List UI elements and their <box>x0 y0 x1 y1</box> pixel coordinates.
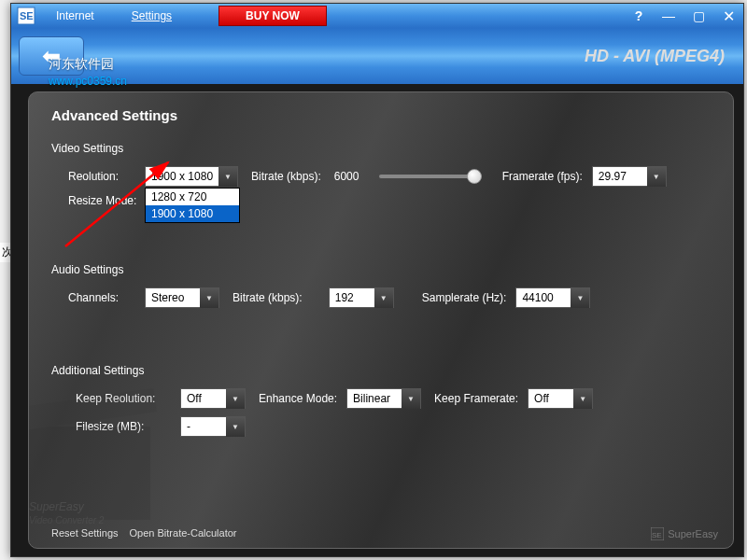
app-window: SE Internet Settings BUY NOW ? ― ▢ ✕ ⬅ 河… <box>10 3 744 557</box>
bitrate-calc-link[interactable]: Open Bitrate-Calculator <box>130 527 237 539</box>
resolution-combo[interactable]: 1900 x 1080 ▼ 1280 x 720 1900 x 1080 <box>145 166 238 187</box>
samplerate-combo[interactable]: 44100 ▼ <box>515 287 590 308</box>
slider-thumb[interactable] <box>467 169 482 184</box>
filesize-combo[interactable]: - ▼ <box>180 416 246 437</box>
chevron-down-icon: ▼ <box>226 416 245 437</box>
framerate-label: Framerate (fps): <box>502 170 583 183</box>
svg-text:SE: SE <box>20 10 34 21</box>
chevron-down-icon: ▼ <box>402 388 420 409</box>
resolution-label: Reolution: <box>51 170 145 183</box>
reset-settings-link[interactable]: Reset Settings <box>51 527 119 539</box>
video-settings-section: Video Settings Reolution: 1900 x 1080 ▼ … <box>51 142 711 207</box>
resize-mode-label: Resize Mode: <box>51 194 145 207</box>
chevron-down-icon: ▼ <box>200 287 218 308</box>
channels-combo[interactable]: Stereo ▼ <box>145 287 219 308</box>
minimize-button[interactable]: ― <box>654 4 684 28</box>
bitrate-slider[interactable] <box>379 175 482 178</box>
filesize-label: Filesize (MB): <box>51 420 180 433</box>
svg-rect-2 <box>28 427 150 520</box>
close-button[interactable]: ✕ <box>713 4 743 28</box>
chevron-down-icon: ▼ <box>573 388 592 409</box>
audio-settings-section: Audio Settings Channels: Stereo ▼ Bitrat… <box>51 263 711 308</box>
menu-internet[interactable]: Internet <box>37 9 113 22</box>
svg-text:SE: SE <box>652 531 662 539</box>
buy-now-button[interactable]: BUY NOW <box>218 6 327 26</box>
video-group-title: Video Settings <box>51 142 711 155</box>
audio-bitrate-label: Bitrate (kbps): <box>233 291 303 304</box>
menu-settings[interactable]: Settings <box>113 9 190 22</box>
resolution-option-720[interactable]: 1280 x 720 <box>146 189 239 205</box>
chevron-down-icon: ▼ <box>647 166 666 187</box>
svg-text:Video Converter 2: Video Converter 2 <box>29 515 105 525</box>
brand-label: SE SuperEasy <box>651 527 718 540</box>
audio-group-title: Audio Settings <box>51 263 711 276</box>
header: ⬅ 河东软件园 www.pc0359.cn HD - AVI (MPEG4) <box>11 28 743 84</box>
additional-group-title: Additional Settings <box>51 364 711 377</box>
chevron-down-icon: ▼ <box>218 166 237 187</box>
watermark: 河东软件园 www.pc0359.cn <box>49 56 127 88</box>
framerate-combo[interactable]: 29.97 ▼ <box>592 166 667 187</box>
keep-res-combo[interactable]: Off ▼ <box>180 388 246 409</box>
panel-title: Advanced Settings <box>51 107 711 123</box>
resolution-option-1080[interactable]: 1900 x 1080 <box>146 205 239 222</box>
samplerate-label: Samplerate (Hz): <box>422 291 507 304</box>
keep-fr-label: Keep Framerate: <box>434 392 518 405</box>
additional-settings-section: Additional Settings Keep Reolution: Off … <box>51 364 711 437</box>
svg-text:SuperEasy: SuperEasy <box>29 500 85 513</box>
titlebar: SE Internet Settings BUY NOW ? ― ▢ ✕ <box>11 4 743 28</box>
audio-bitrate-combo[interactable]: 192 ▼ <box>329 287 394 308</box>
keep-res-label: Keep Reolution: <box>51 392 180 405</box>
enhance-combo[interactable]: Bilinear ▼ <box>346 388 421 409</box>
video-bitrate-label: Bitrate (kbps): <box>251 170 321 183</box>
settings-panel: SuperEasy Video Converter 2 Advanced Set… <box>28 91 734 549</box>
keep-fr-combo[interactable]: Off ▼ <box>528 388 593 409</box>
chevron-down-icon: ▼ <box>571 287 589 308</box>
resolution-dropdown: 1280 x 720 1900 x 1080 <box>145 188 240 223</box>
channels-label: Channels: <box>51 291 145 304</box>
app-logo: SE <box>15 5 37 27</box>
chevron-down-icon: ▼ <box>226 388 245 409</box>
enhance-label: Enhance Mode: <box>259 392 337 405</box>
maximize-button[interactable]: ▢ <box>684 4 713 28</box>
help-button[interactable]: ? <box>624 4 654 28</box>
format-title: HD - AVI (MPEG4) <box>585 47 725 66</box>
video-bitrate-value: 6000 <box>331 170 372 183</box>
footer-links: Reset Settings Open Bitrate-Calculator <box>51 527 237 539</box>
chevron-down-icon: ▼ <box>374 287 393 308</box>
